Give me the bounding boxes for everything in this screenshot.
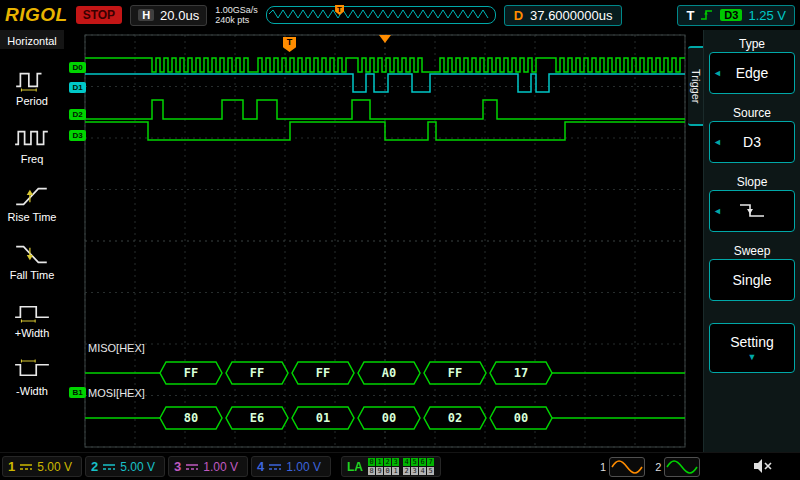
menu-value-sweep-label: Single xyxy=(733,272,772,288)
left-arrow-icon: ◄ xyxy=(713,137,722,147)
rise-icon xyxy=(13,183,51,209)
sample-rate: 1.00GSa/s xyxy=(215,5,258,15)
bus-mosi-value: E6 xyxy=(250,411,264,425)
left-arrow-icon: ◄ xyxy=(713,68,722,78)
menu-value-sweep[interactable]: Single xyxy=(709,259,795,301)
measure-rise-label: Rise Time xyxy=(8,211,57,223)
memory-depth: 240k pts xyxy=(215,15,258,25)
measure-pwidth-button[interactable]: +Width xyxy=(13,299,51,339)
measure-menu-title: Horizontal xyxy=(0,30,64,49)
decode1-number: 1 xyxy=(600,461,606,473)
channel-3-status[interactable]: 31.00 V xyxy=(168,456,248,477)
channel-3-number: 3 xyxy=(174,459,181,474)
trigger-position-marker-icon xyxy=(379,35,391,43)
mosi-bus-label: MOSI[HEX] xyxy=(88,387,145,399)
trigger-source-badge: D3 xyxy=(720,9,742,21)
channel-badge-d0: D0 xyxy=(69,62,86,73)
waveform-d0 xyxy=(85,58,685,72)
delay-readout[interactable]: D 37.6000000us xyxy=(504,5,623,26)
menu-header-source: Source xyxy=(709,105,795,121)
decode2-indicator[interactable]: 2 xyxy=(655,457,700,477)
menu-setting-button[interactable]: Setting ▼ xyxy=(709,323,795,373)
trigger-menu: Type◄EdgeSource◄D3Slope◄SweepSingle Sett… xyxy=(703,30,800,452)
channel-2-status[interactable]: 25.00 V xyxy=(85,456,165,477)
channel-4-scale: 1.00 V xyxy=(286,460,321,474)
waveform-d2 xyxy=(85,100,685,119)
run-state-badge: STOP xyxy=(76,6,122,24)
measure-fall-label: Fall Time xyxy=(10,269,55,281)
la-digit: 8 xyxy=(368,467,375,475)
decode-indicators: 12 xyxy=(600,457,700,477)
measure-pwidth-label: +Width xyxy=(15,327,50,339)
bus-mosi: 80E601000200 xyxy=(85,407,685,429)
rising-edge-icon xyxy=(700,8,714,22)
freq-icon xyxy=(13,125,51,151)
trigger-level-value: 1.25 V xyxy=(748,8,786,23)
channel-4-status[interactable]: 41.00 V xyxy=(251,456,331,477)
chevron-down-icon: ▼ xyxy=(748,352,757,362)
waveform-display: FFFFFFA0FF1780E601000200 xyxy=(0,0,800,480)
menu-value-source-label: D3 xyxy=(743,134,761,150)
logic-analyzer-status[interactable]: LA 0123456789012345 xyxy=(341,456,441,477)
la-digit: 3 xyxy=(392,458,399,466)
measure-rise-button[interactable]: Rise Time xyxy=(8,183,57,223)
menu-value-type[interactable]: ◄Edge xyxy=(709,52,795,94)
delay-label: D xyxy=(514,8,523,23)
la-digit: 0 xyxy=(368,458,375,466)
trigger-menu-tab[interactable]: Trigger xyxy=(688,46,703,126)
coupling-dc-icon xyxy=(185,462,199,472)
la-digit: 9 xyxy=(376,467,383,475)
measure-period-label: Period xyxy=(16,95,48,107)
measure-period-button[interactable]: Period xyxy=(13,67,51,107)
miso-bus-label: MISO[HEX] xyxy=(88,342,145,354)
left-arrow-icon: ◄ xyxy=(713,206,722,216)
coupling-dc-icon xyxy=(19,462,33,472)
period-icon xyxy=(13,67,51,93)
menu-header-sweep: Sweep xyxy=(709,243,795,259)
bus-mosi-value: 00 xyxy=(382,411,396,425)
la-channel-grid: 0123456789012345 xyxy=(368,458,435,475)
menu-header-type: Type xyxy=(709,36,795,52)
decode2-number: 2 xyxy=(655,461,661,473)
channel-badge-d2: D2 xyxy=(69,109,86,120)
measure-freq-button[interactable]: Freq xyxy=(13,125,51,165)
measure-nwidth-button[interactable]: -Width xyxy=(13,357,51,397)
bus-mosi-value: 80 xyxy=(184,411,198,425)
preview-waveform-icon xyxy=(267,7,493,21)
trigger-label: T xyxy=(686,8,694,23)
rigol-logo: RIGOL xyxy=(5,4,68,26)
measure-menu: Horizontal PeriodFreqRise TimeFall Time+… xyxy=(0,30,64,452)
menu-value-type-label: Edge xyxy=(736,65,769,81)
coupling-dc-icon xyxy=(268,462,282,472)
trigger-time-flag-icon[interactable]: T xyxy=(283,37,296,52)
la-digit: 1 xyxy=(392,467,399,475)
channel-3-scale: 1.00 V xyxy=(203,460,238,474)
top-bar: RIGOL STOP H 20.0us 1.00GSa/s 240k pts T… xyxy=(0,0,800,30)
menu-value-source[interactable]: ◄D3 xyxy=(709,121,795,163)
menu-value-slope[interactable]: ◄ xyxy=(709,190,795,232)
trigger-readout[interactable]: T D3 1.25 V xyxy=(677,5,795,26)
horizontal-position-preview[interactable]: T xyxy=(266,6,496,24)
decode1-indicator[interactable]: 1 xyxy=(600,457,645,477)
pwidth-icon xyxy=(13,299,51,325)
timebase-value: 20.0us xyxy=(160,8,199,23)
speaker-muted-icon xyxy=(753,458,773,474)
bus1-badge: B1 xyxy=(69,387,86,398)
delay-value: 37.6000000us xyxy=(530,8,612,23)
la-label: LA xyxy=(347,460,363,474)
oscilloscope-screen: RIGOL STOP H 20.0us 1.00GSa/s 240k pts T… xyxy=(0,0,800,480)
bus-mosi-value: 01 xyxy=(316,411,330,425)
bus-miso-value: 17 xyxy=(514,366,528,380)
bus-mosi-value: 00 xyxy=(514,411,528,425)
menu-header-slope: Slope xyxy=(709,174,795,190)
channel-4-number: 4 xyxy=(257,459,264,474)
channel-1-status[interactable]: 15.00 V xyxy=(2,456,82,477)
channel-1-number: 1 xyxy=(8,459,15,474)
trigger-menu-sections: Type◄EdgeSource◄D3Slope◄SweepSingle xyxy=(704,36,800,301)
horizontal-timebase[interactable]: H 20.0us xyxy=(130,5,207,26)
h-label: H xyxy=(138,9,154,21)
channel-status-boxes: 15.00 V25.00 V31.00 V41.00 V xyxy=(2,456,331,477)
measure-fall-button[interactable]: Fall Time xyxy=(10,241,55,281)
coupling-dc-icon xyxy=(102,462,116,472)
bus-miso-value: FF xyxy=(448,366,462,380)
